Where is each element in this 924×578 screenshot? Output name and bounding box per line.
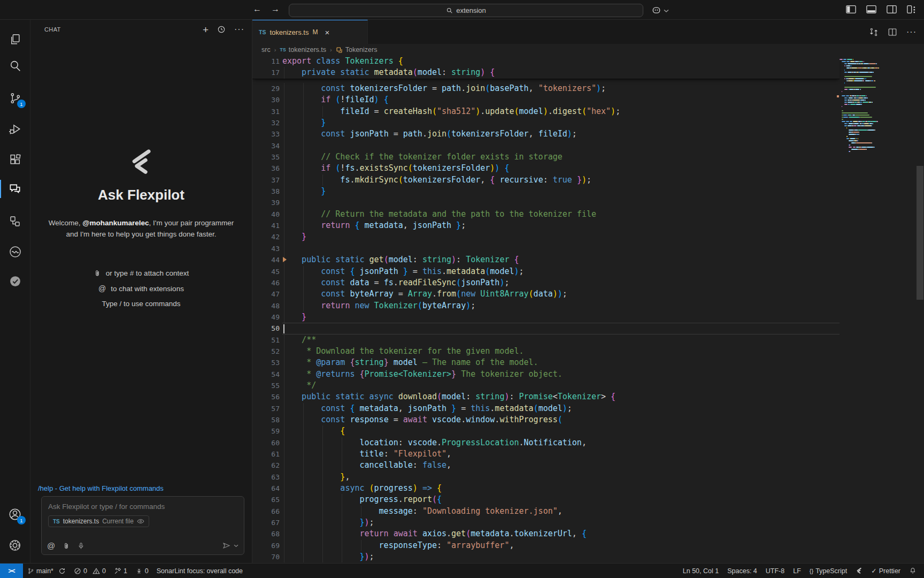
new-chat-button[interactable]: +: [203, 25, 209, 35]
compare-changes-icon[interactable]: [869, 27, 879, 37]
code-line-61[interactable]: 61title: "Flexpilot",: [252, 448, 840, 460]
flexpilot-status-icon[interactable]: [856, 567, 863, 575]
code-line-30[interactable]: 30if (!fileId) {: [252, 94, 840, 105]
code-line-66[interactable]: 66message: "Downloading tokenizer.json",: [252, 506, 840, 517]
split-editor-icon[interactable]: [888, 27, 897, 37]
code-line-54[interactable]: 54 * @returns {Promise<Tokenizer>} The t…: [252, 369, 840, 380]
tab-tokenizers[interactable]: TS tokenizers.ts M ×: [252, 20, 368, 44]
editor-more-actions-button[interactable]: ···: [906, 27, 917, 37]
code-line-11[interactable]: 11export class Tokenizers {: [252, 56, 840, 67]
indentation-status[interactable]: Spaces: 4: [727, 567, 757, 575]
code-line-68[interactable]: 68return await axios.get(metadata.tokeni…: [252, 528, 840, 539]
code-line-57[interactable]: 57const { metadata, jsonPath } = this.me…: [252, 403, 840, 414]
explorer-icon[interactable]: [6, 31, 24, 48]
code-line-53[interactable]: 53 * @param {string} model – The name of…: [252, 357, 840, 368]
notifications-bell-icon[interactable]: [909, 567, 917, 575]
cursor-position-status[interactable]: Ln 50, Col 1: [683, 567, 719, 575]
minimap[interactable]: [840, 59, 891, 153]
command-center-search[interactable]: extension: [289, 4, 643, 17]
customize-layout-icon[interactable]: [906, 4, 918, 14]
code-line-17[interactable]: 17private static metadata(model: string)…: [252, 67, 840, 78]
toggle-secondary-sidebar-icon[interactable]: [886, 4, 897, 14]
chat-input[interactable]: [48, 503, 237, 511]
code-line-32[interactable]: 32}: [252, 117, 840, 128]
code-line-45[interactable]: 45const { jsonPath } = this.metadata(mod…: [252, 266, 840, 277]
code-line-47[interactable]: 47const byteArray = Array.from(new Uint8…: [252, 288, 840, 300]
breadcrumb-file[interactable]: TS tokenizers.ts: [280, 46, 326, 54]
send-options-chevron-icon[interactable]: [234, 544, 238, 547]
code-line-67[interactable]: 67});: [252, 517, 840, 528]
mention-button[interactable]: @: [47, 541, 55, 550]
code-line-63[interactable]: 63},: [252, 471, 840, 483]
code-line-43[interactable]: 43: [252, 243, 840, 254]
code-lines[interactable]: 29const tokenizersFolder = path.join(bas…: [252, 79, 840, 562]
code-line-55[interactable]: 55 */: [252, 380, 840, 391]
code-line-51[interactable]: 51/**: [252, 334, 840, 346]
code-line-38[interactable]: 38}: [252, 186, 840, 197]
toggle-panel-icon[interactable]: [866, 4, 877, 14]
hierarchy-view-icon[interactable]: [6, 212, 24, 230]
sonarlint-status[interactable]: SonarLint focus: overall code: [157, 567, 243, 575]
attach-button[interactable]: [63, 542, 70, 550]
code-line-39[interactable]: 39: [252, 197, 840, 208]
copilot-menu-button[interactable]: [651, 4, 669, 17]
code-line-44[interactable]: 44public static get(model: string): Toke…: [252, 254, 840, 265]
tab-close-button[interactable]: ×: [325, 28, 329, 37]
tunnel-status[interactable]: 0: [135, 567, 149, 575]
prettier-status[interactable]: ✓ Prettier: [871, 567, 900, 575]
forward-arrow-icon[interactable]: →: [271, 4, 280, 14]
code-line-64[interactable]: 64async (progress) => {: [252, 483, 840, 494]
code-line-58[interactable]: 58const response = await vscode.window.w…: [252, 414, 840, 425]
eye-icon[interactable]: [137, 518, 144, 524]
remote-indicator[interactable]: ><: [0, 564, 23, 578]
run-debug-icon[interactable]: [6, 120, 24, 138]
chat-view-icon[interactable]: [6, 180, 24, 197]
code-line-37[interactable]: 37fs.mkdirSync(tokenizersFolder, { recur…: [252, 174, 840, 186]
help-command-link[interactable]: /help - Get help with Flexpilot commands: [38, 484, 164, 492]
code-line-62[interactable]: 62cancellable: false,: [252, 460, 840, 471]
history-icon[interactable]: [217, 25, 226, 34]
microphone-button[interactable]: [78, 542, 84, 550]
search-view-icon[interactable]: [6, 57, 24, 74]
code-line-31[interactable]: 31fileId = createHash("sha512").update(m…: [252, 106, 840, 117]
breadcrumb-symbol[interactable]: Tokenizers: [336, 46, 378, 54]
git-branch-status[interactable]: main*: [27, 567, 66, 575]
eol-status[interactable]: LF: [793, 567, 801, 575]
encoding-status[interactable]: UTF-8: [766, 567, 784, 575]
source-control-icon[interactable]: 1: [6, 89, 24, 107]
code-line-59[interactable]: 59{: [252, 425, 840, 437]
code-line-52[interactable]: 52 * Download the tokenizer for the give…: [252, 346, 840, 357]
check-view-icon[interactable]: [6, 272, 24, 290]
code-line-69[interactable]: 69responseType: "arraybuffer",: [252, 540, 840, 551]
code-line-46[interactable]: 46const data = fs.readFileSync(jsonPath)…: [252, 277, 840, 288]
code-line-48[interactable]: 48return new Tokenizer(byteArray);: [252, 300, 840, 311]
code-line-34[interactable]: 34: [252, 140, 840, 151]
sticky-scroll[interactable]: 11export class Tokenizers {17private sta…: [252, 56, 840, 79]
code-line-65[interactable]: 65progress.report({: [252, 494, 840, 505]
sonarlint-view-icon[interactable]: [6, 243, 24, 260]
account-icon[interactable]: 1: [6, 506, 24, 523]
code-line-42[interactable]: 42}: [252, 231, 840, 242]
send-button[interactable]: [222, 542, 231, 550]
chat-more-actions-button[interactable]: ···: [234, 25, 244, 34]
problems-status[interactable]: 0 0: [74, 567, 106, 575]
settings-gear-icon[interactable]: [6, 537, 24, 554]
code-line-35[interactable]: 35// Check if the tokenizer folder exist…: [252, 151, 840, 163]
code-line-29[interactable]: 29const tokenizersFolder = path.join(bas…: [252, 83, 840, 94]
breadcrumb-folder[interactable]: src: [261, 46, 271, 54]
code-line-50[interactable]: 50: [252, 323, 840, 334]
code-line-41[interactable]: 41return { metadata, jsonPath };: [252, 220, 840, 231]
context-file-pill[interactable]: TS tokenizers.ts Current file: [48, 515, 149, 527]
extensions-icon[interactable]: [6, 151, 24, 168]
tools-status[interactable]: 1: [114, 567, 127, 575]
code-line-40[interactable]: 40// Return the metadata and the path to…: [252, 209, 840, 220]
code-line-56[interactable]: 56public static async download(model: st…: [252, 391, 840, 402]
code-line-36[interactable]: 36if (!fs.existsSync(tokenizersFolder)) …: [252, 163, 840, 174]
code-line-49[interactable]: 49}: [252, 311, 840, 323]
code-editor[interactable]: 11export class Tokenizers {17private sta…: [252, 56, 924, 563]
code-line-60[interactable]: 60location: vscode.ProgressLocation.Noti…: [252, 437, 840, 448]
toggle-sidebar-icon[interactable]: [845, 4, 857, 14]
code-line-33[interactable]: 33const jsonPath = path.join(tokenizersF…: [252, 128, 840, 140]
editor-scrollbar[interactable]: [917, 166, 923, 300]
language-status[interactable]: {} TypeScript: [810, 567, 847, 575]
